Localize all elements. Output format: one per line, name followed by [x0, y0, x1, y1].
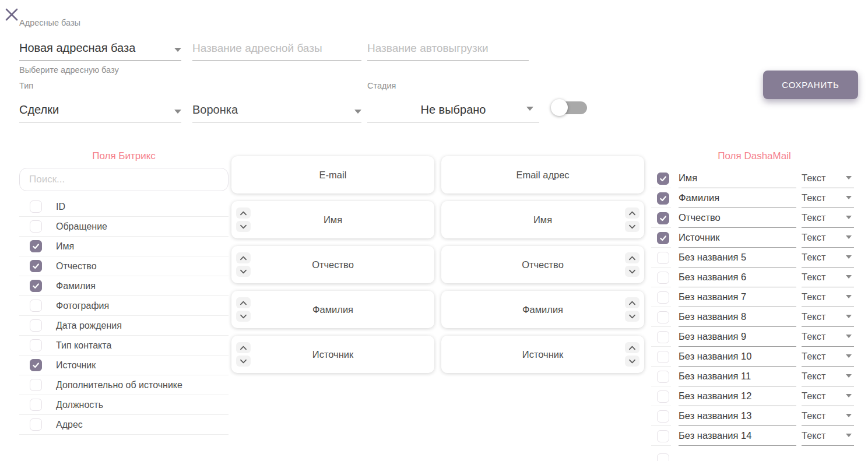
bitrix-field-row[interactable]: Фамилия [19, 276, 229, 296]
field-checkbox[interactable] [30, 300, 42, 312]
address-base-select[interactable]: Новая адресная база [19, 36, 181, 61]
field-checkbox[interactable] [657, 252, 669, 264]
bitrix-field-row[interactable]: Фотография [19, 296, 229, 316]
mapped-field-card[interactable]: Отчество [441, 246, 644, 283]
bitrix-field-row[interactable]: Дата рождения [19, 316, 229, 336]
field-type-select[interactable]: Текст [802, 327, 854, 347]
autoexport-name-input[interactable] [367, 42, 529, 55]
field-name-input[interactable]: Без названия 7 [679, 287, 796, 307]
move-down-button[interactable] [625, 311, 639, 322]
base-name-input[interactable] [192, 42, 361, 55]
sync-toggle[interactable] [551, 99, 587, 117]
field-name-input[interactable]: Без названия 11 [679, 367, 796, 386]
field-checkbox[interactable] [657, 390, 669, 403]
field-checkbox[interactable] [657, 311, 669, 323]
field-checkbox[interactable] [657, 272, 669, 284]
move-up-button[interactable] [625, 252, 639, 263]
mapped-field-card[interactable]: Фамилия [231, 291, 434, 328]
bitrix-field-row[interactable]: Тип контакта [19, 336, 229, 356]
funnel-select[interactable]: Воронка [192, 98, 361, 122]
move-down-button[interactable] [625, 356, 639, 367]
field-checkbox[interactable] [657, 351, 669, 363]
field-type-select[interactable]: Текст [802, 307, 854, 327]
move-down-button[interactable] [236, 356, 251, 367]
field-checkbox[interactable] [30, 418, 42, 431]
field-type-select[interactable]: Текст [802, 287, 854, 307]
field-checkbox[interactable] [30, 319, 42, 332]
field-checkbox[interactable] [30, 240, 42, 252]
move-up-button[interactable] [625, 342, 639, 353]
move-up-button[interactable] [236, 297, 251, 308]
save-button[interactable]: СОХРАНИТЬ [763, 71, 858, 99]
field-name-input[interactable]: Без названия 14 [679, 426, 796, 446]
move-up-button[interactable] [625, 297, 639, 308]
field-checkbox[interactable] [30, 359, 42, 371]
field-name-input[interactable]: Фамилия [679, 188, 796, 208]
mapped-field-card[interactable]: Фамилия [441, 291, 644, 328]
field-type-select[interactable]: Текст [802, 426, 854, 446]
field-type-select[interactable]: Текст [802, 228, 854, 248]
field-checkbox[interactable] [657, 430, 669, 442]
bitrix-field-row[interactable]: Адрес [19, 415, 229, 435]
field-checkbox[interactable] [30, 280, 42, 292]
move-up-button[interactable] [625, 207, 639, 219]
field-checkbox[interactable] [30, 379, 42, 391]
field-type-select[interactable]: Текст [802, 406, 854, 426]
move-down-button[interactable] [236, 266, 251, 277]
move-up-button[interactable] [236, 342, 251, 353]
mapped-field-card[interactable]: Источник [441, 336, 644, 373]
move-down-button[interactable] [236, 311, 251, 322]
field-name-input[interactable]: Без названия 12 [679, 386, 796, 406]
field-checkbox[interactable] [657, 331, 669, 343]
field-checkbox[interactable] [30, 339, 42, 351]
field-type-select[interactable]: Текст [802, 168, 854, 188]
search-input[interactable] [19, 168, 229, 191]
type-select[interactable]: Сделки [19, 98, 181, 122]
mapped-field-card[interactable]: Имя [231, 201, 434, 238]
field-name-input[interactable]: Источник [679, 228, 796, 248]
mapped-field-card[interactable]: Имя [441, 201, 644, 238]
stage-select[interactable]: Не выбрано [367, 98, 539, 122]
field-checkbox[interactable] [30, 220, 42, 233]
mapped-field-card[interactable]: Отчество [231, 246, 434, 283]
field-name-input[interactable]: Без названия 5 [679, 248, 796, 268]
bitrix-field-row[interactable]: Дополнительно об источнике [19, 375, 229, 395]
bitrix-field-row[interactable]: Должность [19, 395, 229, 415]
bitrix-field-row[interactable]: Обращение [19, 217, 229, 237]
bitrix-field-row[interactable]: Источник [19, 356, 229, 375]
field-type-select[interactable]: Текст [802, 367, 854, 386]
field-type-select[interactable]: Текст [802, 347, 854, 367]
move-up-button[interactable] [236, 207, 251, 219]
bitrix-field-row[interactable]: ID [19, 197, 229, 217]
close-button[interactable] [3, 7, 20, 23]
mapped-field-card[interactable]: Email адрес [441, 156, 644, 193]
field-checkbox[interactable] [657, 232, 669, 244]
bitrix-field-row[interactable]: Отчество [19, 256, 229, 276]
field-name-input[interactable]: Без названия 6 [679, 268, 796, 287]
field-checkbox[interactable] [657, 453, 669, 461]
field-type-select[interactable]: Текст [802, 386, 854, 406]
field-checkbox[interactable] [657, 173, 669, 185]
field-type-select[interactable]: Текст [802, 208, 854, 228]
field-type-select[interactable]: Текст [802, 188, 854, 208]
move-down-button[interactable] [625, 221, 639, 232]
field-checkbox[interactable] [657, 291, 669, 304]
move-down-button[interactable] [625, 266, 639, 277]
mapped-field-card[interactable]: E-mail [231, 156, 434, 193]
field-checkbox[interactable] [30, 399, 42, 411]
field-checkbox[interactable] [657, 212, 669, 224]
field-checkbox[interactable] [657, 371, 669, 383]
field-checkbox[interactable] [30, 200, 42, 213]
field-checkbox[interactable] [657, 192, 669, 205]
field-name-input[interactable]: Отчество [679, 208, 796, 228]
field-type-select[interactable]: Текст [802, 248, 854, 268]
mapped-field-card[interactable]: Источник [231, 336, 434, 373]
field-type-select[interactable]: Текст [802, 268, 854, 287]
field-checkbox[interactable] [657, 410, 669, 423]
field-name-input[interactable]: Без названия 8 [679, 307, 796, 327]
field-checkbox[interactable] [30, 260, 42, 272]
bitrix-field-row[interactable]: Имя [19, 237, 229, 256]
field-name-input[interactable]: Имя [679, 168, 796, 188]
field-name-input[interactable]: Без названия 13 [679, 406, 796, 426]
field-name-input[interactable]: Без названия 9 [679, 327, 796, 347]
